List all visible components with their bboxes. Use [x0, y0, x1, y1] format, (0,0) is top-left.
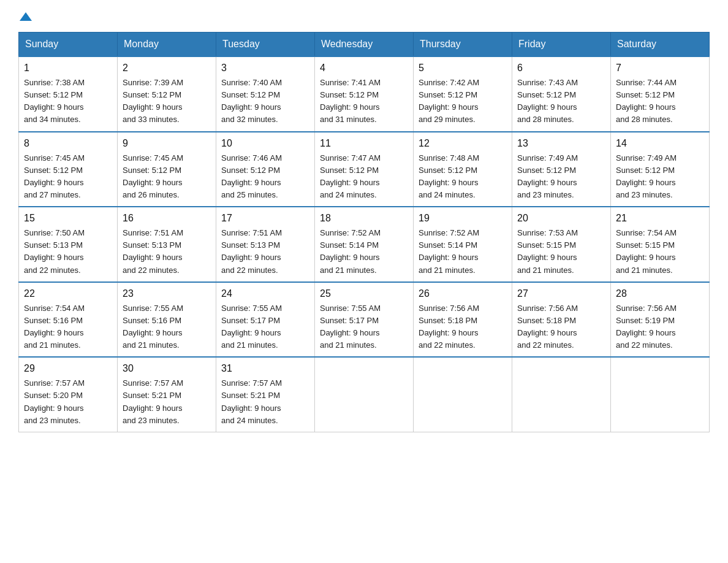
- calendar-cell: 4 Sunrise: 7:41 AMSunset: 5:12 PMDayligh…: [315, 56, 414, 132]
- calendar-week-row: 8 Sunrise: 7:45 AMSunset: 5:12 PMDayligh…: [19, 132, 710, 207]
- day-info: Sunrise: 7:54 AMSunset: 5:16 PMDaylight:…: [24, 304, 85, 350]
- calendar-cell: 27 Sunrise: 7:56 AMSunset: 5:18 PMDaylig…: [512, 282, 611, 358]
- day-info: Sunrise: 7:55 AMSunset: 5:17 PMDaylight:…: [221, 304, 282, 350]
- calendar-cell: 28 Sunrise: 7:56 AMSunset: 5:19 PMDaylig…: [611, 282, 710, 358]
- calendar-cell: [512, 357, 611, 432]
- calendar-cell: 12 Sunrise: 7:48 AMSunset: 5:12 PMDaylig…: [414, 132, 512, 207]
- day-number: 28: [616, 286, 704, 301]
- day-info: Sunrise: 7:49 AMSunset: 5:12 PMDaylight:…: [517, 153, 578, 199]
- day-info: Sunrise: 7:51 AMSunset: 5:13 PMDaylight:…: [221, 228, 282, 274]
- logo-blue-block: [18, 12, 32, 21]
- col-header-wednesday: Wednesday: [315, 33, 414, 57]
- calendar-cell: 30 Sunrise: 7:57 AMSunset: 5:21 PMDaylig…: [118, 357, 216, 432]
- col-header-thursday: Thursday: [414, 33, 512, 57]
- day-number: 19: [419, 211, 507, 226]
- day-number: 30: [123, 361, 211, 376]
- calendar-cell: 24 Sunrise: 7:55 AMSunset: 5:17 PMDaylig…: [216, 282, 315, 358]
- day-info: Sunrise: 7:52 AMSunset: 5:14 PMDaylight:…: [320, 228, 381, 274]
- calendar-cell: 29 Sunrise: 7:57 AMSunset: 5:20 PMDaylig…: [19, 357, 118, 432]
- calendar-table: SundayMondayTuesdayWednesdayThursdayFrid…: [18, 32, 710, 432]
- logo: [18, 12, 32, 21]
- calendar-cell: 22 Sunrise: 7:54 AMSunset: 5:16 PMDaylig…: [19, 282, 118, 358]
- calendar-cell: 20 Sunrise: 7:53 AMSunset: 5:15 PMDaylig…: [512, 207, 611, 282]
- calendar-cell: 18 Sunrise: 7:52 AMSunset: 5:14 PMDaylig…: [315, 207, 414, 282]
- day-info: Sunrise: 7:45 AMSunset: 5:12 PMDaylight:…: [123, 153, 183, 199]
- col-header-saturday: Saturday: [611, 33, 710, 57]
- day-number: 18: [320, 211, 408, 226]
- day-number: 23: [123, 286, 211, 301]
- day-number: 2: [123, 61, 211, 75]
- day-info: Sunrise: 7:54 AMSunset: 5:15 PMDaylight:…: [616, 228, 677, 274]
- calendar-cell: 25 Sunrise: 7:55 AMSunset: 5:17 PMDaylig…: [315, 282, 414, 358]
- calendar-week-row: 22 Sunrise: 7:54 AMSunset: 5:16 PMDaylig…: [19, 282, 710, 358]
- day-info: Sunrise: 7:57 AMSunset: 5:21 PMDaylight:…: [123, 378, 183, 424]
- day-number: 5: [419, 61, 507, 75]
- col-header-tuesday: Tuesday: [216, 33, 315, 57]
- calendar-cell: 10 Sunrise: 7:46 AMSunset: 5:12 PMDaylig…: [216, 132, 315, 207]
- calendar-cell: [414, 357, 512, 432]
- day-number: 3: [221, 61, 309, 75]
- day-number: 8: [24, 136, 112, 151]
- day-number: 25: [320, 286, 408, 301]
- calendar-cell: 3 Sunrise: 7:40 AMSunset: 5:12 PMDayligh…: [216, 56, 315, 132]
- calendar-cell: 9 Sunrise: 7:45 AMSunset: 5:12 PMDayligh…: [118, 132, 216, 207]
- day-number: 26: [419, 286, 507, 301]
- day-number: 29: [24, 361, 112, 376]
- day-number: 12: [419, 136, 507, 151]
- calendar-cell: 15 Sunrise: 7:50 AMSunset: 5:13 PMDaylig…: [19, 207, 118, 282]
- day-number: 20: [517, 211, 605, 226]
- day-number: 1: [24, 61, 112, 75]
- day-number: 11: [320, 136, 408, 151]
- day-info: Sunrise: 7:49 AMSunset: 5:12 PMDaylight:…: [616, 153, 677, 199]
- day-number: 27: [517, 286, 605, 301]
- day-info: Sunrise: 7:53 AMSunset: 5:15 PMDaylight:…: [517, 228, 578, 274]
- day-number: 16: [123, 211, 211, 226]
- col-header-sunday: Sunday: [19, 33, 118, 57]
- calendar-cell: 1 Sunrise: 7:38 AMSunset: 5:12 PMDayligh…: [19, 56, 118, 132]
- day-number: 31: [221, 361, 309, 376]
- calendar-cell: [315, 357, 414, 432]
- calendar-cell: 14 Sunrise: 7:49 AMSunset: 5:12 PMDaylig…: [611, 132, 710, 207]
- day-info: Sunrise: 7:56 AMSunset: 5:18 PMDaylight:…: [419, 304, 479, 350]
- day-info: Sunrise: 7:50 AMSunset: 5:13 PMDaylight:…: [24, 228, 85, 274]
- day-info: Sunrise: 7:40 AMSunset: 5:12 PMDaylight:…: [221, 78, 282, 124]
- day-number: 4: [320, 61, 408, 75]
- calendar-cell: 21 Sunrise: 7:54 AMSunset: 5:15 PMDaylig…: [611, 207, 710, 282]
- col-header-friday: Friday: [512, 33, 611, 57]
- day-info: Sunrise: 7:48 AMSunset: 5:12 PMDaylight:…: [419, 153, 479, 199]
- calendar-week-row: 1 Sunrise: 7:38 AMSunset: 5:12 PMDayligh…: [19, 56, 710, 132]
- calendar-cell: 7 Sunrise: 7:44 AMSunset: 5:12 PMDayligh…: [611, 56, 710, 132]
- calendar-cell: 8 Sunrise: 7:45 AMSunset: 5:12 PMDayligh…: [19, 132, 118, 207]
- logo-triangle-icon: [20, 12, 32, 21]
- day-info: Sunrise: 7:52 AMSunset: 5:14 PMDaylight:…: [419, 228, 479, 274]
- calendar-week-row: 29 Sunrise: 7:57 AMSunset: 5:20 PMDaylig…: [19, 357, 710, 432]
- col-header-monday: Monday: [118, 33, 216, 57]
- day-number: 6: [517, 61, 605, 75]
- day-info: Sunrise: 7:46 AMSunset: 5:12 PMDaylight:…: [221, 153, 282, 199]
- page-header: [18, 12, 710, 21]
- day-info: Sunrise: 7:43 AMSunset: 5:12 PMDaylight:…: [517, 78, 578, 124]
- day-info: Sunrise: 7:41 AMSunset: 5:12 PMDaylight:…: [320, 78, 381, 124]
- day-info: Sunrise: 7:57 AMSunset: 5:20 PMDaylight:…: [24, 378, 85, 424]
- day-info: Sunrise: 7:45 AMSunset: 5:12 PMDaylight:…: [24, 153, 85, 199]
- day-info: Sunrise: 7:38 AMSunset: 5:12 PMDaylight:…: [24, 78, 85, 124]
- day-info: Sunrise: 7:55 AMSunset: 5:17 PMDaylight:…: [320, 304, 381, 350]
- day-info: Sunrise: 7:51 AMSunset: 5:13 PMDaylight:…: [123, 228, 183, 274]
- day-info: Sunrise: 7:56 AMSunset: 5:18 PMDaylight:…: [517, 304, 578, 350]
- day-info: Sunrise: 7:47 AMSunset: 5:12 PMDaylight:…: [320, 153, 381, 199]
- day-info: Sunrise: 7:56 AMSunset: 5:19 PMDaylight:…: [616, 304, 677, 350]
- day-number: 22: [24, 286, 112, 301]
- calendar-cell: 11 Sunrise: 7:47 AMSunset: 5:12 PMDaylig…: [315, 132, 414, 207]
- calendar-cell: 5 Sunrise: 7:42 AMSunset: 5:12 PMDayligh…: [414, 56, 512, 132]
- calendar-cell: 26 Sunrise: 7:56 AMSunset: 5:18 PMDaylig…: [414, 282, 512, 358]
- calendar-cell: 13 Sunrise: 7:49 AMSunset: 5:12 PMDaylig…: [512, 132, 611, 207]
- day-info: Sunrise: 7:57 AMSunset: 5:21 PMDaylight:…: [221, 378, 282, 424]
- day-number: 7: [616, 61, 704, 75]
- calendar-cell: 17 Sunrise: 7:51 AMSunset: 5:13 PMDaylig…: [216, 207, 315, 282]
- day-number: 17: [221, 211, 309, 226]
- day-number: 21: [616, 211, 704, 226]
- day-info: Sunrise: 7:42 AMSunset: 5:12 PMDaylight:…: [419, 78, 479, 124]
- day-number: 13: [517, 136, 605, 151]
- day-info: Sunrise: 7:39 AMSunset: 5:12 PMDaylight:…: [123, 78, 183, 124]
- day-number: 10: [221, 136, 309, 151]
